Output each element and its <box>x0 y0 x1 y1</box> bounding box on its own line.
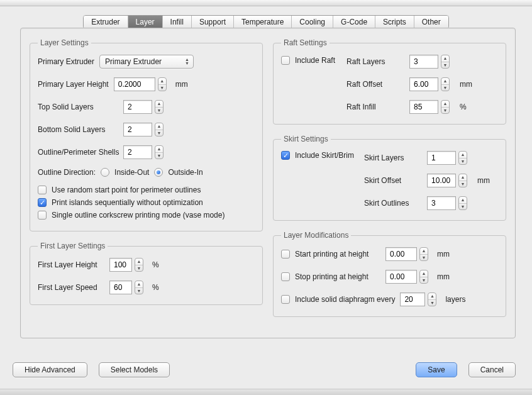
raft-layers-label: Raft Layers <box>346 57 403 66</box>
select-arrows-icon: ▲▼ <box>185 58 189 65</box>
start-height-label: Start printing at height <box>295 250 380 259</box>
stop-height-label: Stop printing at height <box>295 272 380 281</box>
tab-bar: ExtruderLayerInfillSupportTemperatureCoo… <box>0 15 532 29</box>
layer-settings-group: Layer Settings Primary Extruder Primary … <box>30 38 263 231</box>
top-solid-label: Top Solid Layers <box>38 103 118 111</box>
outline-shells-label: Outline/Perimeter Shells <box>38 148 118 157</box>
raft-infill-input[interactable] <box>409 100 438 114</box>
skirt-outlines-label: Skirt Outlines <box>364 199 421 208</box>
skirt-layers-label: Skirt Layers <box>364 153 421 162</box>
start-height-stepper[interactable]: ▲▼ <box>419 247 428 261</box>
mods-legend: Layer Modifications <box>281 231 351 240</box>
radio-outside-in[interactable] <box>154 168 163 177</box>
primary-layer-height-unit: mm <box>175 80 188 89</box>
primary-layer-height-stepper[interactable]: ▲▼ <box>158 77 167 91</box>
first-layer-speed-stepper[interactable]: ▲▼ <box>135 281 143 294</box>
skirt-offset-label: Skirt Offset <box>364 176 421 185</box>
primary-extruder-select[interactable]: Primary Extruder ▲▼ <box>99 55 194 69</box>
hide-advanced-button[interactable]: Hide Advanced <box>13 362 87 377</box>
raft-layers-input[interactable] <box>409 55 438 69</box>
first-layer-speed-unit: % <box>152 283 159 292</box>
primary-extruder-label: Primary Extruder <box>38 57 94 66</box>
chk-print-islands[interactable]: ✓ <box>38 198 47 207</box>
skirt-layers-input[interactable] <box>427 151 456 165</box>
diaphragm-label-a: Include solid diaphragm every <box>295 295 395 304</box>
raft-offset-unit: mm <box>460 80 472 89</box>
skirt-offset-unit: mm <box>477 176 490 185</box>
first-layer-height-input[interactable] <box>109 258 132 272</box>
start-height-unit: mm <box>437 250 450 259</box>
chk-start-height[interactable] <box>281 250 290 259</box>
primary-extruder-value: Primary Extruder <box>105 57 181 66</box>
first-layer-height-label: First Layer Height <box>38 260 104 269</box>
chk-include-skirt-label: Include Skirt/Brim <box>295 151 354 160</box>
chk-vase-mode[interactable] <box>38 211 47 220</box>
cancel-button[interactable]: Cancel <box>468 362 516 377</box>
skirt-offset-input[interactable] <box>427 174 456 187</box>
raft-legend: Raft Settings <box>281 38 330 47</box>
tab-layer[interactable]: Layer <box>128 16 163 28</box>
chk-include-raft-label: Include Raft <box>295 56 335 65</box>
diaphragm-input[interactable] <box>400 292 425 306</box>
save-button[interactable]: Save <box>416 362 457 377</box>
outline-direction-label: Outline Direction: <box>38 168 96 177</box>
first-layer-speed-input[interactable] <box>109 281 132 294</box>
chk-include-raft[interactable] <box>281 56 290 65</box>
chk-random-start-label: Use random start point for perimeter out… <box>52 186 201 194</box>
settings-panel: Layer Settings Primary Extruder Primary … <box>20 28 516 338</box>
chk-random-start[interactable] <box>38 186 47 194</box>
raft-layers-stepper[interactable]: ▲▼ <box>441 55 450 69</box>
stop-height-unit: mm <box>437 272 450 281</box>
top-solid-stepper[interactable]: ▲▼ <box>155 100 163 114</box>
chk-include-skirt[interactable]: ✓ <box>281 151 290 160</box>
layer-settings-legend: Layer Settings <box>38 38 91 47</box>
first-layer-legend: First Layer Settings <box>38 242 108 250</box>
raft-offset-input[interactable] <box>409 77 438 91</box>
tab-extruder[interactable]: Extruder <box>84 16 128 28</box>
primary-layer-height-input[interactable] <box>114 77 155 91</box>
skirt-offset-stepper[interactable]: ▲▼ <box>458 174 467 187</box>
skirt-legend: Skirt Settings <box>281 135 331 143</box>
stop-height-input[interactable] <box>385 270 417 284</box>
tab-other[interactable]: Other <box>414 16 448 28</box>
primary-layer-height-label: Primary Layer Height <box>38 80 109 89</box>
start-height-input[interactable] <box>385 247 417 261</box>
raft-offset-stepper[interactable]: ▲▼ <box>441 77 450 91</box>
tab-infill[interactable]: Infill <box>163 16 192 28</box>
window-bottom-edge <box>0 389 532 395</box>
raft-infill-stepper[interactable]: ▲▼ <box>441 100 450 114</box>
bottom-solid-input[interactable] <box>123 123 152 136</box>
diaphragm-stepper[interactable]: ▲▼ <box>428 292 436 306</box>
tab-g-code[interactable]: G-Code <box>333 16 375 28</box>
diaphragm-label-b: layers <box>445 295 465 304</box>
bottom-solid-label: Bottom Solid Layers <box>38 125 118 134</box>
chk-print-islands-label: Print islands sequentially without optim… <box>52 198 203 207</box>
bottom-solid-stepper[interactable]: ▲▼ <box>155 123 163 136</box>
raft-infill-label: Raft Infill <box>346 103 403 111</box>
raft-offset-label: Raft Offset <box>346 80 403 89</box>
first-layer-height-stepper[interactable]: ▲▼ <box>135 258 143 272</box>
outline-shells-stepper[interactable]: ▲▼ <box>155 145 163 159</box>
skirt-settings-group: Skirt Settings ✓ Include Skirt/Brim Skir… <box>273 135 506 221</box>
first-layer-speed-label: First Layer Speed <box>38 283 104 292</box>
radio-outside-in-label: Outside-In <box>168 168 202 177</box>
select-models-button[interactable]: Select Models <box>99 362 170 377</box>
raft-infill-unit: % <box>460 103 467 111</box>
radio-inside-out[interactable] <box>101 168 109 177</box>
chk-stop-height[interactable] <box>281 272 290 281</box>
tab-support[interactable]: Support <box>192 16 234 28</box>
window-titlebar <box>0 0 532 6</box>
skirt-outlines-stepper[interactable]: ▲▼ <box>458 196 467 210</box>
skirt-layers-stepper[interactable]: ▲▼ <box>458 151 467 165</box>
first-layer-group: First Layer Settings First Layer Height … <box>30 242 263 305</box>
chk-diaphragm[interactable] <box>281 295 290 304</box>
top-solid-input[interactable] <box>123 100 152 114</box>
first-layer-height-unit: % <box>152 260 159 269</box>
stop-height-stepper[interactable]: ▲▼ <box>419 270 428 284</box>
tab-cooling[interactable]: Cooling <box>292 16 333 28</box>
outline-shells-input[interactable] <box>123 145 152 159</box>
skirt-outlines-input[interactable] <box>427 196 456 210</box>
tab-temperature[interactable]: Temperature <box>234 16 292 28</box>
chk-vase-mode-label: Single outline corkscrew printing mode (… <box>52 211 224 220</box>
tab-scripts[interactable]: Scripts <box>375 16 414 28</box>
